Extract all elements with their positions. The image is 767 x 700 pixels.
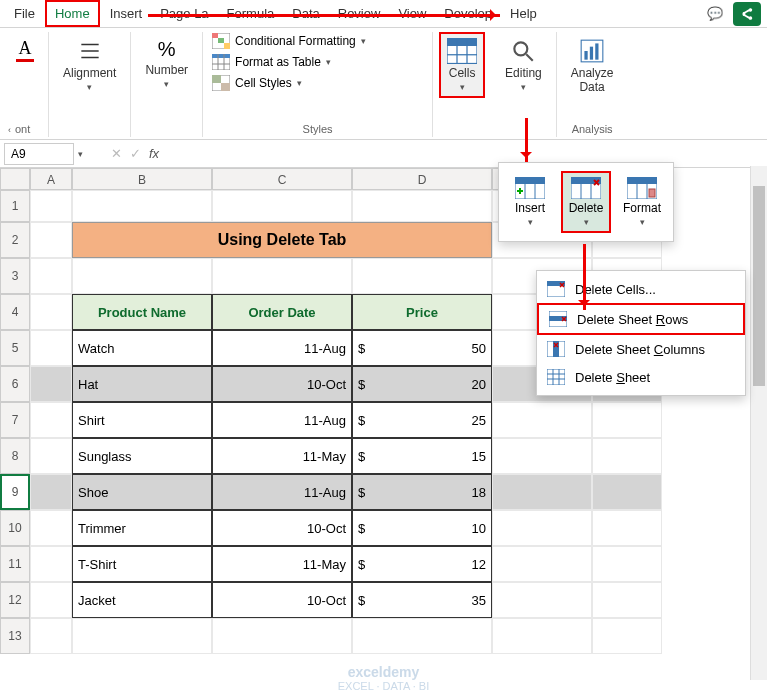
row-header-9[interactable]: 9 <box>0 474 30 510</box>
cell-F8[interactable] <box>592 438 662 474</box>
delete-cells-button[interactable]: Delete ▾ <box>561 171 611 233</box>
scrollbar-thumb[interactable] <box>753 186 765 386</box>
cell-C7[interactable]: 11-Aug <box>212 402 352 438</box>
fx-icon[interactable]: fx <box>149 146 159 161</box>
cell-D12[interactable]: $35 <box>352 582 492 618</box>
cell-A7[interactable] <box>30 402 72 438</box>
cell-B8[interactable]: Sunglass <box>72 438 212 474</box>
enter-icon[interactable]: ✓ <box>130 146 141 161</box>
cell-E9[interactable] <box>492 474 592 510</box>
cancel-icon[interactable]: ✕ <box>111 146 122 161</box>
cell-D6[interactable]: $20 <box>352 366 492 402</box>
cell-A4[interactable] <box>30 294 72 330</box>
row-header-3[interactable]: 3 <box>0 258 30 294</box>
cell-D4[interactable]: Price <box>352 294 492 330</box>
cell-E7[interactable] <box>492 402 592 438</box>
cell-B10[interactable]: Trimmer <box>72 510 212 546</box>
row-header-6[interactable]: 6 <box>0 366 30 402</box>
cell-D7[interactable]: $25 <box>352 402 492 438</box>
cell-A1[interactable] <box>30 190 72 222</box>
cell-B11[interactable]: T-Shirt <box>72 546 212 582</box>
conditional-formatting-button[interactable]: Conditional Formatting▾ <box>209 32 426 50</box>
cell-E12[interactable] <box>492 582 592 618</box>
cell-A2[interactable] <box>30 222 72 258</box>
cell-A11[interactable] <box>30 546 72 582</box>
cell-C12[interactable]: 10-Oct <box>212 582 352 618</box>
cell-D11[interactable]: $12 <box>352 546 492 582</box>
cell-A8[interactable] <box>30 438 72 474</box>
cell-B1[interactable] <box>72 190 212 222</box>
cell-D3[interactable] <box>352 258 492 294</box>
cell-C3[interactable] <box>212 258 352 294</box>
cell-E8[interactable] <box>492 438 592 474</box>
cell-A6[interactable] <box>30 366 72 402</box>
cell-D13[interactable] <box>352 618 492 654</box>
cell-B4[interactable]: Product Name <box>72 294 212 330</box>
cell-C4[interactable]: Order Date <box>212 294 352 330</box>
delete-cells-item[interactable]: Delete Cells... <box>537 275 745 303</box>
cell-B7[interactable]: Shirt <box>72 402 212 438</box>
vertical-scrollbar[interactable] <box>750 166 767 680</box>
editing-button[interactable]: Editing ▾ <box>497 32 550 98</box>
cell-C5[interactable]: 11-Aug <box>212 330 352 366</box>
font-color-button[interactable]: A <box>8 32 42 68</box>
cell-B3[interactable] <box>72 258 212 294</box>
column-header-B[interactable]: B <box>72 168 212 190</box>
cell-A10[interactable] <box>30 510 72 546</box>
cell-E13[interactable] <box>492 618 592 654</box>
format-cells-button[interactable]: Format ▾ <box>617 171 667 233</box>
column-header-C[interactable]: C <box>212 168 352 190</box>
cell-D1[interactable] <box>352 190 492 222</box>
row-header-8[interactable]: 8 <box>0 438 30 474</box>
cell-B9[interactable]: Shoe <box>72 474 212 510</box>
row-header-1[interactable]: 1 <box>0 190 30 222</box>
cell-B5[interactable]: Watch <box>72 330 212 366</box>
format-as-table-button[interactable]: Format as Table▾ <box>209 53 426 71</box>
row-header-2[interactable]: 2 <box>0 222 30 258</box>
insert-cells-button[interactable]: Insert ▾ <box>505 171 555 233</box>
cell-styles-button[interactable]: Cell Styles▾ <box>209 74 426 92</box>
cell-C1[interactable] <box>212 190 352 222</box>
cell-C11[interactable]: 11-May <box>212 546 352 582</box>
cell-A12[interactable] <box>30 582 72 618</box>
cell-C10[interactable]: 10-Oct <box>212 510 352 546</box>
cell-F13[interactable] <box>592 618 662 654</box>
cell-D8[interactable]: $15 <box>352 438 492 474</box>
cell-E11[interactable] <box>492 546 592 582</box>
tab-file[interactable]: File <box>6 2 43 25</box>
cell-D9[interactable]: $18 <box>352 474 492 510</box>
row-header-10[interactable]: 10 <box>0 510 30 546</box>
row-header-5[interactable]: 5 <box>0 330 30 366</box>
chevron-down-icon[interactable]: ▾ <box>78 149 83 159</box>
cell-F12[interactable] <box>592 582 662 618</box>
cell-D5[interactable]: $50 <box>352 330 492 366</box>
tab-insert[interactable]: Insert <box>102 2 151 25</box>
analyze-data-button[interactable]: Analyze Data <box>563 32 622 100</box>
cell-E10[interactable] <box>492 510 592 546</box>
cell-A3[interactable] <box>30 258 72 294</box>
worksheet-grid[interactable]: 12Using Delete Tab34Product NameOrder Da… <box>0 190 767 654</box>
tab-home[interactable]: Home <box>45 0 100 27</box>
cell-F9[interactable] <box>592 474 662 510</box>
expand-icon[interactable]: ‹ <box>8 125 11 135</box>
share-button[interactable] <box>733 2 761 26</box>
alignment-button[interactable]: Alignment ▾ <box>55 32 124 98</box>
cell-F11[interactable] <box>592 546 662 582</box>
row-header-4[interactable]: 4 <box>0 294 30 330</box>
cell-B2[interactable]: Using Delete Tab <box>72 222 492 258</box>
cell-F7[interactable] <box>592 402 662 438</box>
delete-sheet-columns-item[interactable]: Delete Sheet Columns <box>537 335 745 363</box>
cells-button[interactable]: Cells ▾ <box>439 32 485 98</box>
cell-C9[interactable]: 11-Aug <box>212 474 352 510</box>
number-button[interactable]: % Number ▾ <box>137 32 196 95</box>
cell-A5[interactable] <box>30 330 72 366</box>
cell-C8[interactable]: 11-May <box>212 438 352 474</box>
row-header-13[interactable]: 13 <box>0 618 30 654</box>
cell-B12[interactable]: Jacket <box>72 582 212 618</box>
cell-D10[interactable]: $10 <box>352 510 492 546</box>
tab-help[interactable]: Help <box>502 2 545 25</box>
row-header-12[interactable]: 12 <box>0 582 30 618</box>
select-all-corner[interactable] <box>0 168 30 190</box>
cell-C13[interactable] <box>212 618 352 654</box>
cell-F10[interactable] <box>592 510 662 546</box>
